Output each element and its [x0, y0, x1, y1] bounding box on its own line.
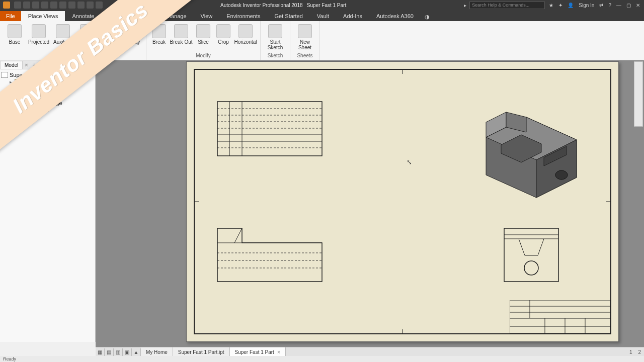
ribbon-group-sheets: New Sheet Sheets: [290, 21, 320, 60]
tick-bottom: [403, 329, 403, 334]
tick-right: [606, 202, 611, 202]
front-view[interactable]: [217, 228, 323, 282]
horizontal-button[interactable]: Horizontal: [234, 22, 257, 52]
document-name: Super Fast 1 Part: [307, 3, 346, 8]
app-name: Autodesk Inventor Professional 2018: [220, 3, 302, 8]
base-label: Base: [9, 39, 21, 45]
status-bar: Ready: [0, 356, 644, 362]
tab-environments[interactable]: Environments: [219, 11, 267, 21]
slice-label: Slice: [198, 39, 209, 45]
projected-button[interactable]: Projected: [27, 22, 50, 52]
sheets-group-label: Sheets: [297, 52, 312, 60]
start-sketch-label: Start Sketch: [264, 39, 287, 50]
navigation-bar[interactable]: [634, 61, 643, 127]
tab-a360[interactable]: Autodesk A360: [369, 11, 421, 21]
svg-line-10: [234, 228, 242, 243]
star-icon[interactable]: ★: [549, 3, 553, 8]
favorite-icon[interactable]: ✦: [558, 3, 562, 8]
crop-icon: [216, 24, 230, 38]
user-icon[interactable]: 👤: [568, 3, 574, 8]
horizontal-icon: [238, 24, 253, 38]
svg-rect-15: [504, 228, 558, 282]
ribbon-group-sketch: Start Sketch Sketch: [261, 21, 290, 60]
new-sheet-icon: [298, 24, 312, 38]
redo-icon[interactable]: [50, 2, 57, 9]
page-total: 2: [635, 349, 644, 355]
tab-end-icon[interactable]: ◑: [423, 12, 432, 21]
print-icon[interactable]: [68, 2, 75, 9]
base-button[interactable]: Base: [3, 22, 26, 52]
tick-top: [403, 69, 403, 74]
slice-button[interactable]: Slice: [194, 22, 213, 52]
sign-in-link[interactable]: Sign In: [579, 3, 594, 8]
minimize-button[interactable]: ―: [616, 3, 621, 8]
side-view[interactable]: [504, 228, 559, 282]
tab-add-ins[interactable]: Add-Ins: [336, 11, 369, 21]
ribbon-group-modify: Break Break Out Slice Crop Horizontal Mo…: [146, 21, 261, 60]
drawing-canvas[interactable]: [96, 60, 644, 347]
document-tab-bar: ▦ ▤ ▥ ▣ ▲ My Home Super Fast 1 Part.ipt …: [96, 347, 644, 357]
qat-extra1-icon[interactable]: [87, 2, 94, 9]
qat-extra2-icon[interactable]: [96, 2, 103, 9]
title-bar: Autodesk Inventor Professional 2018 Supe…: [0, 0, 644, 10]
auxiliary-icon: [56, 24, 70, 38]
cascade-icon[interactable]: ▣: [123, 348, 132, 356]
break-out-button[interactable]: Break Out: [170, 22, 193, 52]
crop-button[interactable]: Crop: [214, 22, 233, 52]
search-input[interactable]: Search Help & Commands...: [469, 2, 545, 9]
svg-point-18: [524, 261, 538, 275]
sketch-group-label: Sketch: [268, 52, 283, 60]
slice-icon: [196, 24, 210, 38]
base-icon: [8, 24, 22, 38]
crop-label: Crop: [218, 39, 229, 45]
tabs-up-icon[interactable]: ▲: [132, 348, 141, 356]
browser-tab-model[interactable]: Model: [0, 61, 23, 69]
isometric-view[interactable]: [466, 92, 587, 203]
quick-access-toolbar: [0, 2, 106, 9]
close-tab-icon[interactable]: ×: [277, 349, 280, 355]
exchange-icon[interactable]: ⇄: [599, 3, 603, 8]
tab-place-views[interactable]: Place Views: [21, 11, 65, 21]
tab-get-started[interactable]: Get Started: [268, 11, 310, 21]
home-icon[interactable]: [59, 2, 66, 9]
close-button[interactable]: ✕: [636, 3, 640, 8]
break-out-icon: [174, 24, 188, 38]
horizontal-label: Horizontal: [234, 39, 257, 45]
modify-group-label: Modify: [196, 52, 210, 60]
svg-point-25: [555, 170, 568, 179]
tick-left: [194, 202, 199, 202]
search-placeholder: Search Help & Commands...: [472, 3, 529, 8]
help-icon[interactable]: ?: [608, 3, 611, 8]
new-icon[interactable]: [14, 2, 21, 9]
maximize-button[interactable]: ▢: [626, 3, 631, 8]
qat-more-icon[interactable]: [77, 2, 85, 9]
open-icon[interactable]: [23, 2, 30, 9]
status-text: Ready: [3, 356, 16, 361]
app-logo-icon: [3, 2, 10, 9]
file-tab[interactable]: File: [0, 11, 21, 21]
new-sheet-label: New Sheet: [293, 39, 316, 50]
browser-tab-close[interactable]: ×: [23, 62, 30, 68]
tab-label: Super Fast 1 Part: [235, 349, 274, 355]
new-sheet-button[interactable]: New Sheet: [293, 22, 316, 52]
svg-rect-27: [510, 300, 610, 333]
start-sketch-button[interactable]: Start Sketch: [264, 22, 287, 52]
drawing-sheet[interactable]: [186, 61, 619, 342]
tile-v-icon[interactable]: ▥: [114, 348, 123, 356]
projected-icon: [32, 24, 46, 38]
top-view[interactable]: [217, 101, 323, 156]
drawing-icon: [1, 72, 8, 78]
projected-label: Projected: [28, 39, 49, 45]
arrange-icon[interactable]: ▦: [96, 348, 105, 356]
start-sketch-icon: [268, 24, 282, 38]
title-block: [510, 300, 610, 333]
page-current: 1: [626, 349, 635, 355]
save-icon[interactable]: [32, 2, 39, 9]
tab-vault[interactable]: Vault: [310, 11, 336, 21]
tile-h-icon[interactable]: ▤: [105, 348, 114, 356]
tab-label: My Home: [146, 349, 168, 355]
tab-label: Super Fast 1 Part.ipt: [178, 349, 224, 355]
undo-icon[interactable]: [41, 2, 48, 9]
tab-view[interactable]: View: [194, 11, 220, 21]
title-play-icon[interactable]: ▸: [461, 3, 469, 8]
